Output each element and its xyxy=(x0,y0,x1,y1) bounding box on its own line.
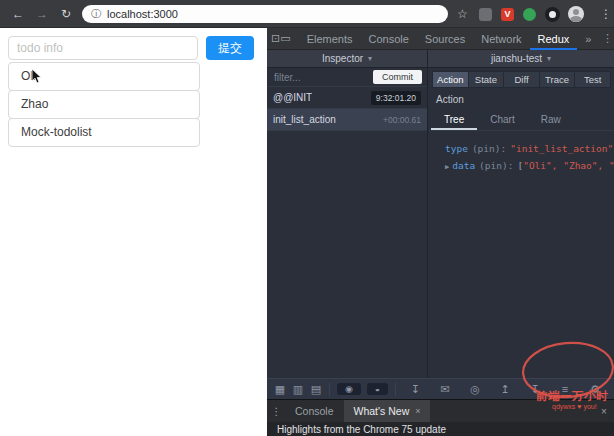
forward-icon[interactable]: → xyxy=(34,7,50,21)
todo-item[interactable]: Mock-todolist xyxy=(8,118,200,147)
drawer-tab-console[interactable]: Console xyxy=(285,400,344,423)
drawer-tab-whats-new[interactable]: What's New × xyxy=(344,400,431,423)
action-timestamp: +00:00.61 xyxy=(383,115,421,125)
tree-pin-label: (pin): xyxy=(472,143,506,154)
url-text: localhost:3000 xyxy=(107,9,178,20)
chevron-down-icon: ▾ xyxy=(368,54,372,63)
action-tree: type(pin):"init_list_action" ▶data(pin):… xyxy=(429,131,614,176)
bookmark-star-icon[interactable]: ☆ xyxy=(457,7,468,21)
tab-trace[interactable]: Trace xyxy=(539,71,576,88)
action-row[interactable]: init_list_action +00:00.61 xyxy=(267,109,427,131)
pause-recording-button[interactable]: ◉ xyxy=(337,383,361,395)
layout-right-icon[interactable]: ▥ xyxy=(289,383,307,396)
browser-toolbar: ← → ↻ ⓘ localhost:3000 ☆ V ⋮ xyxy=(0,0,614,28)
divider xyxy=(329,383,330,396)
filter-row: Commit xyxy=(267,68,427,87)
action-name: init_list_action xyxy=(273,114,336,125)
tab-raw[interactable]: Raw xyxy=(528,111,574,130)
action-name: @@INIT xyxy=(273,92,312,103)
persist-icon[interactable]: ◎ xyxy=(466,383,484,396)
address-bar[interactable]: ⓘ localhost:3000 xyxy=(82,5,448,23)
instance-label: jianshu-test xyxy=(491,53,542,64)
whats-new-label: What's New xyxy=(354,405,410,417)
action-row[interactable]: @@INIT 9:32:01.20 xyxy=(267,87,427,109)
browser-menu-icon[interactable]: ⋮ xyxy=(600,7,612,21)
toolbar-right-group: ↧ ✉ ◎ ↥ ↧ ≡ ⚙ xyxy=(400,383,610,396)
tab-action[interactable]: Action xyxy=(432,71,469,88)
devtools-menu-icon[interactable]: ⋮ xyxy=(599,32,614,45)
expand-arrow-icon[interactable]: ▶ xyxy=(445,163,449,171)
devtools-panel: ⊡ ▭ Elements Console Sources Network Red… xyxy=(267,28,614,436)
tab-test[interactable]: Test xyxy=(574,71,611,88)
profile-avatar[interactable] xyxy=(568,6,584,22)
extension-cat-icon[interactable] xyxy=(479,8,492,21)
screenshot-root: ← → ↻ ⓘ localhost:3000 ☆ V ⋮ 提交 Oli Zhao… xyxy=(0,0,614,436)
drawer-close-icon[interactable]: × xyxy=(594,406,614,417)
refresh-icon[interactable]: ↻ xyxy=(58,7,74,21)
action-timestamp: 9:32:01.20 xyxy=(371,91,421,105)
tab-diff[interactable]: Diff xyxy=(503,71,540,88)
view-tabs: Tree Chart Raw xyxy=(429,111,614,131)
mouse-cursor-icon xyxy=(31,69,42,84)
share-icon[interactable]: ✉ xyxy=(436,383,454,396)
chevron-down-icon: ▾ xyxy=(547,54,551,63)
tab-close-icon[interactable]: × xyxy=(415,406,420,416)
inspector-dropdown[interactable]: Inspector ▾ xyxy=(267,50,428,68)
detail-tabs: Action State Diff Trace Test xyxy=(432,71,611,88)
drawer-tabbar: ⋮ Console What's New × × xyxy=(267,399,614,422)
instance-dropdown[interactable]: jianshu-test ▾ xyxy=(428,50,614,68)
dispatcher-icon[interactable]: ↧ xyxy=(406,383,424,396)
gear-icon[interactable]: ⚙ xyxy=(586,383,604,396)
whats-new-content: Highlights from the Chrome 75 update xyxy=(267,422,614,436)
divider xyxy=(395,383,396,396)
commit-button[interactable]: Commit xyxy=(373,70,422,84)
settings-sliders-icon[interactable]: ≡ xyxy=(556,383,574,395)
redux-footer-toolbar: ▦ ▥ ▤ ◉ ◒ ↧ ✉ ◎ ↥ ↧ ≡ ⚙ xyxy=(267,378,614,399)
tab-state[interactable]: State xyxy=(468,71,505,88)
section-label: Action xyxy=(436,94,614,105)
more-tabs-icon[interactable]: » xyxy=(577,28,599,50)
tab-console[interactable]: Console xyxy=(360,28,416,50)
layout-window-icon[interactable]: ▤ xyxy=(307,383,325,396)
github-octocat-icon[interactable] xyxy=(545,7,560,22)
tree-array-values: "Oli", "Zhao", "Mock-todol…" xyxy=(523,160,614,171)
todo-app-page: 提交 Oli Zhao Mock-todolist xyxy=(0,28,267,436)
tree-row-type[interactable]: type(pin):"init_list_action" xyxy=(445,140,610,157)
site-info-icon[interactable]: ⓘ xyxy=(91,9,101,19)
whats-new-headline: Highlights from the Chrome 75 update xyxy=(277,424,446,435)
todo-item[interactable]: Zhao xyxy=(8,90,200,119)
devtools-tabbar: ⊡ ▭ Elements Console Sources Network Red… xyxy=(267,28,614,50)
action-detail-panel: Action State Diff Trace Test Action Tree… xyxy=(429,68,614,378)
lock-changes-button[interactable]: ◒ xyxy=(367,383,388,395)
device-toolbar-icon[interactable]: ▭ xyxy=(280,32,290,45)
tree-value: "init_list_action" xyxy=(510,143,613,154)
tree-row-data[interactable]: ▶data(pin):["Oli", "Zhao", "Mock-todol…"… xyxy=(445,157,610,176)
tab-redux[interactable]: Redux xyxy=(530,28,578,50)
extension-green-icon[interactable] xyxy=(523,8,536,21)
inspector-label: Inspector xyxy=(322,53,363,64)
tree-key: type xyxy=(445,143,468,154)
export-icon[interactable]: ↧ xyxy=(526,383,544,396)
submit-button[interactable]: 提交 xyxy=(206,36,254,60)
tab-tree[interactable]: Tree xyxy=(431,111,477,130)
import-icon[interactable]: ↥ xyxy=(496,383,514,396)
tab-network[interactable]: Network xyxy=(473,28,529,50)
drawer-menu-icon[interactable]: ⋮ xyxy=(267,405,285,417)
inspect-element-icon[interactable]: ⊡ xyxy=(271,32,280,45)
tree-key: data xyxy=(452,160,475,171)
layout-bottom-icon[interactable]: ▦ xyxy=(271,383,289,396)
action-list-panel: Commit @@INIT 9:32:01.20 init_list_actio… xyxy=(267,68,428,378)
filter-input[interactable] xyxy=(272,71,352,84)
todo-input[interactable] xyxy=(8,36,198,60)
extension-v-icon[interactable]: V xyxy=(501,8,514,21)
tab-chart[interactable]: Chart xyxy=(477,111,527,130)
tree-pin-label: (pin): xyxy=(479,160,513,171)
back-icon[interactable]: ← xyxy=(10,7,26,21)
tab-elements[interactable]: Elements xyxy=(299,28,361,50)
tab-sources[interactable]: Sources xyxy=(417,28,473,50)
